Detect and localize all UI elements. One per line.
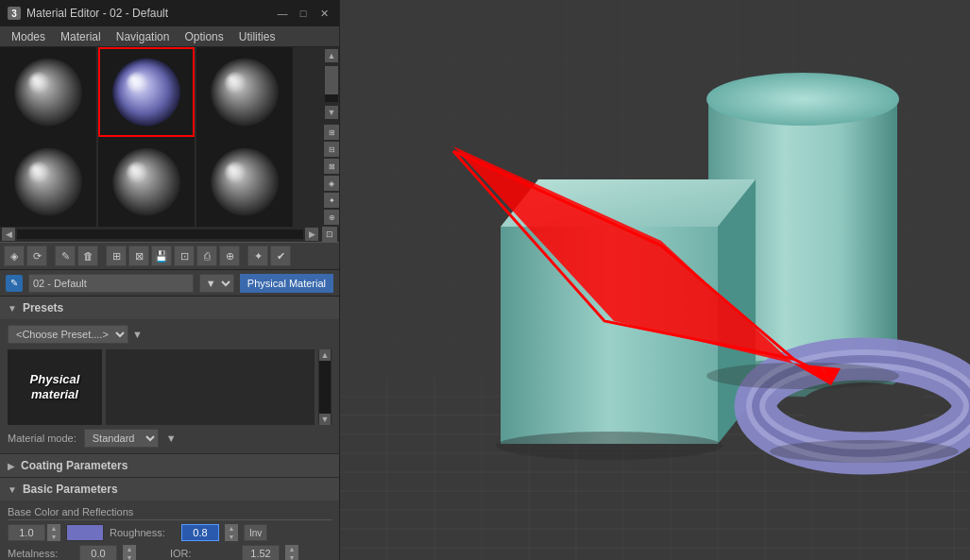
grid-icon-2[interactable]: ⊟ [324, 142, 339, 157]
tools-bar: ◈ ⟳ ✎ 🗑 ⊞ ⊠ 💾 ⊡ ⎙ ⊕ ✦ ✔ [0, 242, 339, 270]
presets-dropdown-arrow[interactable]: ▼ [132, 329, 143, 340]
tool-print[interactable]: ⎙ [196, 246, 217, 266]
mat-name-icon: ✎ [6, 275, 23, 292]
menu-options[interactable]: Options [177, 28, 230, 45]
basic-header[interactable]: ▼ Basic Parameters [0, 478, 339, 501]
material-mode-select[interactable]: Standard Advanced [84, 429, 159, 448]
metal-spin-down[interactable]: ▼ [123, 553, 136, 560]
sphere-cell-0-1[interactable] [98, 47, 195, 137]
metal-spin-up[interactable]: ▲ [123, 545, 136, 553]
preset-preview [106, 349, 315, 425]
grid-icon-4[interactable]: ◈ [324, 176, 339, 191]
roughness-spin-up[interactable]: ▲ [225, 524, 238, 533]
scroll-down-arrow[interactable]: ▼ [325, 106, 338, 119]
grid-icon-1[interactable]: ⊞ [324, 125, 339, 140]
sphere-cell-0-0[interactable] [0, 47, 96, 137]
tool-grid[interactable]: ⊞ [106, 246, 127, 266]
svg-point-49 [496, 432, 723, 460]
menu-navigation[interactable]: Navigation [109, 28, 178, 45]
grid-icon-3[interactable]: ⊠ [324, 159, 339, 174]
window-title: Material Editor - 02 - Default [26, 7, 168, 20]
grid-icon-5[interactable]: ✦ [324, 193, 339, 208]
base-color-value[interactable] [8, 524, 45, 541]
presets-area: Physical material ▲ ▼ [8, 349, 332, 425]
content-area: ▼ Presets <Choose Preset....> ▼ Physical… [0, 297, 339, 560]
svg-point-40 [706, 73, 899, 126]
metalness-value[interactable] [79, 545, 117, 560]
h-scroll-right[interactable]: ▶ [305, 228, 318, 241]
tool-box[interactable]: ⊡ [174, 246, 195, 266]
h-scroll-extra[interactable]: ⊡ [322, 227, 337, 242]
preset-physical-thumb[interactable]: Physical material [8, 349, 102, 425]
sphere-cell-1-1[interactable] [98, 137, 195, 227]
menu-bar: Modes Material Navigation Options Utilit… [0, 26, 339, 47]
sphere-cell-1-0[interactable] [0, 137, 96, 227]
material-mode-row: Material mode: Standard Advanced ▼ [8, 429, 332, 448]
metalness-spinner[interactable]: ▲ ▼ [123, 545, 136, 560]
sphere-canvas-1-1 [104, 142, 189, 222]
close-button[interactable]: ✕ [316, 6, 332, 21]
tool-cross[interactable]: ⊠ [128, 246, 149, 266]
tool-star[interactable]: ✦ [247, 246, 268, 266]
preset-scroll-down[interactable]: ▼ [319, 414, 331, 425]
roughness-value[interactable] [181, 524, 219, 541]
presets-title: Presets [23, 301, 63, 314]
h-scroll-left[interactable]: ◀ [2, 228, 15, 241]
sphere-cell-0-2[interactable] [196, 47, 293, 137]
presets-section: ▼ Presets <Choose Preset....> ▼ Physical… [0, 297, 339, 454]
roughness-spin-down[interactable]: ▼ [225, 533, 238, 541]
tool-settings[interactable]: ⊕ [219, 246, 240, 266]
base-spin-down[interactable]: ▼ [47, 533, 60, 541]
sphere-cell-1-2[interactable] [196, 137, 293, 227]
material-name-input[interactable] [28, 274, 194, 293]
basic-section: ▼ Basic Parameters Base Color and Reflec… [0, 478, 339, 560]
ior-spinner[interactable]: ▲ ▼ [285, 545, 298, 560]
base-value-group: ▲ ▼ [8, 524, 60, 541]
svg-point-48 [800, 382, 928, 430]
sphere-grid-area: ▲ ▼ ⊞ ⊟ ⊠ ◈ ✦ ⊕ [0, 47, 339, 227]
menu-utilities[interactable]: Utilities [231, 28, 283, 45]
tool-refresh[interactable]: ⟳ [26, 246, 47, 266]
preset-scroll-up[interactable]: ▲ [319, 349, 331, 361]
ior-spin-up[interactable]: ▲ [285, 545, 298, 553]
viewport-svg [340, 0, 970, 560]
preset-scroll: ▲ ▼ [318, 349, 332, 425]
ior-value[interactable] [242, 545, 280, 560]
tool-edit[interactable]: ✎ [55, 246, 76, 266]
base-spin-up[interactable]: ▲ [47, 524, 60, 533]
sphere-canvas-1-2 [202, 142, 287, 222]
base-color-row: ▲ ▼ Roughness: ▲ ▼ Inv [8, 524, 332, 541]
menu-modes[interactable]: Modes [4, 28, 53, 45]
coating-section: ▶ Coating Parameters [0, 454, 339, 478]
tool-delete[interactable]: 🗑 [77, 246, 98, 266]
side-icons: ⊞ ⊟ ⊠ ◈ ✦ ⊕ [324, 125, 339, 225]
presets-header[interactable]: ▼ Presets [0, 297, 339, 319]
base-color-swatch[interactable] [66, 524, 104, 541]
tool-save[interactable]: 💾 [151, 246, 172, 266]
sphere-grid-scrollbar[interactable]: ▲ ▼ ⊞ ⊟ ⊠ ◈ ✦ ⊕ [324, 47, 339, 227]
tool-check[interactable]: ✔ [270, 246, 291, 266]
basic-arrow: ▼ [8, 484, 17, 495]
maximize-button[interactable]: □ [296, 6, 311, 21]
window-controls: — □ ✕ [275, 6, 332, 21]
sphere-canvas-0-2 [202, 52, 287, 132]
metalness-row: Metalness: ▲ ▼ IOR: ▲ ▼ [8, 545, 332, 560]
menu-material[interactable]: Material [53, 28, 109, 45]
scroll-up-arrow[interactable]: ▲ [325, 49, 338, 62]
svg-point-50 [770, 440, 959, 463]
tool-pick[interactable]: ◈ [4, 246, 25, 266]
scroll-thumb[interactable] [325, 66, 338, 94]
coating-title: Coating Parameters [21, 459, 128, 472]
minimize-button[interactable]: — [275, 6, 290, 21]
presets-dropdown[interactable]: <Choose Preset....> [8, 325, 128, 344]
material-mode-label: Material mode: [8, 433, 77, 444]
grid-icon-6[interactable]: ⊕ [324, 210, 339, 225]
3d-viewport[interactable] [340, 0, 970, 560]
ior-spin-down[interactable]: ▼ [285, 553, 298, 560]
basic-title: Basic Parameters [23, 483, 118, 496]
inv-button[interactable]: Inv [244, 524, 267, 541]
base-color-spinner[interactable]: ▲ ▼ [47, 524, 60, 541]
roughness-spinner[interactable]: ▲ ▼ [225, 524, 238, 541]
coating-header[interactable]: ▶ Coating Parameters [0, 454, 339, 477]
material-name-dropdown[interactable]: ▼ [199, 274, 234, 293]
